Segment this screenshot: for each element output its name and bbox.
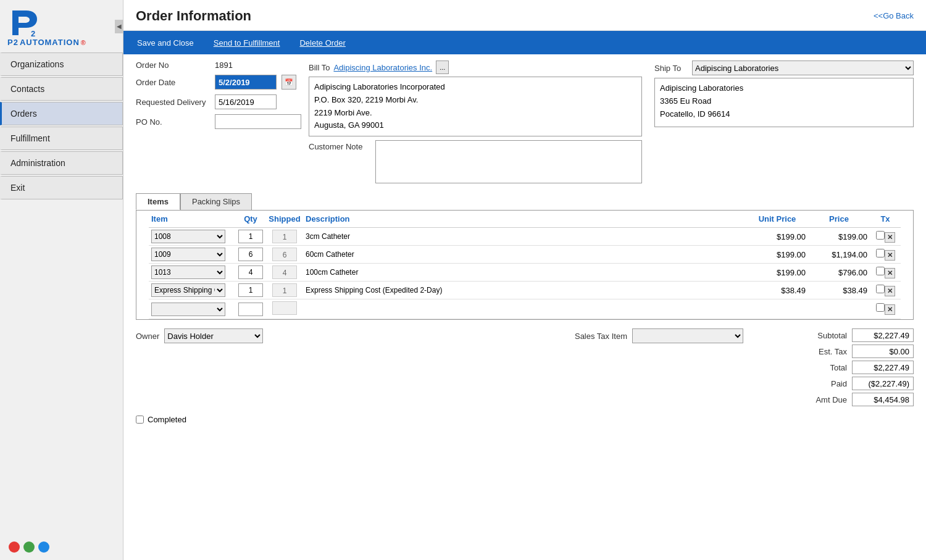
shipped-cell-4 — [272, 301, 297, 315]
tx-checkbox-3[interactable] — [876, 285, 885, 293]
sidebar-item-administration[interactable]: Administration — [0, 151, 123, 175]
req-delivery-label: Requested Delivery — [136, 98, 210, 107]
dot-red — [9, 541, 20, 553]
item-select-2[interactable]: 1013 — [151, 265, 225, 279]
logo-area: 2 P2 AUTOMATION ® ◀ — [0, 0, 123, 52]
paid-row: Paid ($2,227.49) — [753, 377, 914, 390]
order-date-input[interactable] — [215, 75, 277, 90]
paid-value: ($2,227.49) — [852, 377, 914, 390]
p2-logo-icon: 2 — [7, 8, 44, 38]
price-cell-1: $1,194.00 — [808, 246, 870, 264]
amt-due-value: $4,454.98 — [852, 393, 914, 406]
item-select-3[interactable]: Express Shipping C — [151, 283, 225, 297]
totals-section: Subtotal $2,227.49 Est. Tax $0.00 Total … — [753, 328, 914, 406]
price-cell-3: $38.49 — [808, 282, 870, 299]
col-description: Description — [303, 211, 746, 228]
order-no-label: Order No — [136, 61, 210, 70]
table-row: 10134$199.00$796.00✕ — [149, 264, 901, 282]
items-tbody: 10081$199.00$199.00✕10096$199.00$1,194.0… — [149, 228, 901, 319]
ship-to-select[interactable]: Adipiscing Laboratories — [692, 61, 914, 75]
sidebar-item-fulfillment[interactable]: Fulfillment — [0, 127, 123, 150]
order-no-row: Order No 1891 — [136, 61, 296, 70]
qty-input-2[interactable] — [238, 265, 263, 279]
price-cell-2: $796.00 — [808, 264, 870, 282]
customer-note-input[interactable] — [375, 140, 642, 183]
desc-input-0[interactable] — [306, 230, 744, 243]
amt-due-row: Amt Due $4,454.98 — [753, 393, 914, 406]
delete-order-button[interactable]: Delete Order — [291, 35, 354, 51]
qty-input-4[interactable] — [238, 303, 263, 316]
sidebar: 2 P2 AUTOMATION ® ◀ Organizations Contac… — [0, 0, 123, 560]
shipped-cell-0: 1 — [272, 230, 297, 243]
item-select-0[interactable]: 1008 — [151, 230, 225, 243]
tab-items[interactable]: Items — [136, 193, 180, 210]
ship-to-address: Adipiscing Laboratories 3365 Eu Road Poc… — [654, 78, 914, 127]
order-date-row: Order Date 📅 — [136, 75, 296, 90]
dot-blue — [38, 541, 49, 553]
table-row: Express Shipping C1$38.49$38.49✕ — [149, 282, 901, 299]
table-header-row: Item Qty Shipped Description Unit Price … — [149, 211, 901, 228]
tab-packing-slips[interactable]: Packing Slips — [180, 193, 252, 210]
tx-checkbox-2[interactable] — [876, 267, 885, 275]
owner-select[interactable]: Davis Holder — [164, 328, 263, 343]
logo-p2-text: P2 — [7, 38, 19, 47]
amt-due-label: Amt Due — [798, 395, 847, 404]
req-delivery-input[interactable] — [215, 94, 277, 109]
delete-row-button-3[interactable]: ✕ — [885, 286, 895, 296]
form-columns: Order No 1891 Order Date 📅 Requested Del… — [123, 54, 926, 190]
go-back-link[interactable]: <<Go Back — [874, 11, 914, 20]
po-no-input[interactable] — [215, 114, 301, 129]
main-content: Order Information <<Go Back Save and Clo… — [123, 0, 926, 560]
shipped-cell-3: 1 — [272, 283, 297, 297]
tx-checkbox-0[interactable] — [876, 231, 885, 240]
bottom-area: Owner Davis Holder Sales Tax Item Subtot… — [123, 322, 926, 412]
item-select-1[interactable]: 1009 — [151, 248, 225, 261]
po-no-row: PO No. — [136, 114, 296, 129]
tabs-area: Items Packing Slips — [123, 193, 926, 210]
qty-input-3[interactable] — [238, 283, 263, 297]
desc-input-4[interactable] — [306, 303, 744, 316]
sidebar-item-exit[interactable]: Exit — [0, 176, 123, 199]
desc-input-1[interactable] — [306, 248, 744, 261]
bill-to-dots-button[interactable]: ... — [436, 61, 449, 74]
est-tax-value: $0.00 — [852, 345, 914, 358]
qty-input-0[interactable] — [238, 230, 263, 243]
delete-row-button-4[interactable]: ✕ — [885, 304, 895, 315]
req-delivery-row: Requested Delivery — [136, 94, 296, 109]
table-row: 10081$199.00$199.00✕ — [149, 228, 901, 246]
delete-row-button-1[interactable]: ✕ — [885, 250, 895, 261]
calendar-icon-button[interactable]: 📅 — [282, 75, 296, 90]
delete-row-button-2[interactable]: ✕ — [885, 268, 895, 278]
sidebar-item-orders[interactable]: Orders — [0, 102, 123, 125]
shipped-cell-1: 6 — [272, 248, 297, 261]
completed-row: Completed — [123, 412, 926, 427]
sales-tax-select[interactable] — [632, 328, 743, 343]
page-title: Order Information — [136, 8, 251, 24]
ship-to-line-3: Pocatello, ID 96614 — [660, 108, 908, 121]
tx-checkbox-4[interactable] — [876, 303, 885, 312]
sidebar-collapse-btn[interactable]: ◀ — [115, 20, 123, 33]
send-fulfillment-button[interactable]: Send to Fulfillment — [205, 35, 289, 51]
total-row: Total $2,227.49 — [753, 361, 914, 374]
bill-to-company-link[interactable]: Adipiscing Laboratories Inc. — [333, 63, 432, 72]
subtotal-row: Subtotal $2,227.49 — [753, 328, 914, 342]
save-close-button[interactable]: Save and Close — [128, 35, 202, 51]
subtotal-label: Subtotal — [798, 331, 847, 340]
top-header: Order Information <<Go Back — [123, 0, 926, 31]
sidebar-item-contacts[interactable]: Contacts — [0, 77, 123, 101]
tx-checkbox-1[interactable] — [876, 249, 885, 257]
desc-input-2[interactable] — [306, 265, 744, 279]
total-label: Total — [798, 363, 847, 372]
logo-automation-text: AUTOMATION — [20, 38, 80, 47]
owner-section: Owner Davis Holder — [136, 328, 263, 343]
completed-checkbox[interactable] — [136, 416, 144, 424]
delete-row-button-0[interactable]: ✕ — [885, 232, 895, 243]
ship-to-line-2: 3365 Eu Road — [660, 95, 908, 108]
item-select-4[interactable] — [151, 303, 225, 316]
sidebar-item-organizations[interactable]: Organizations — [0, 52, 123, 76]
bill-to-line-4: Augusta, GA 99001 — [314, 119, 636, 132]
qty-input-1[interactable] — [238, 248, 263, 261]
unit-price-cell-4 — [746, 299, 808, 319]
table-row: ✕ — [149, 299, 901, 319]
desc-input-3[interactable] — [306, 283, 744, 297]
